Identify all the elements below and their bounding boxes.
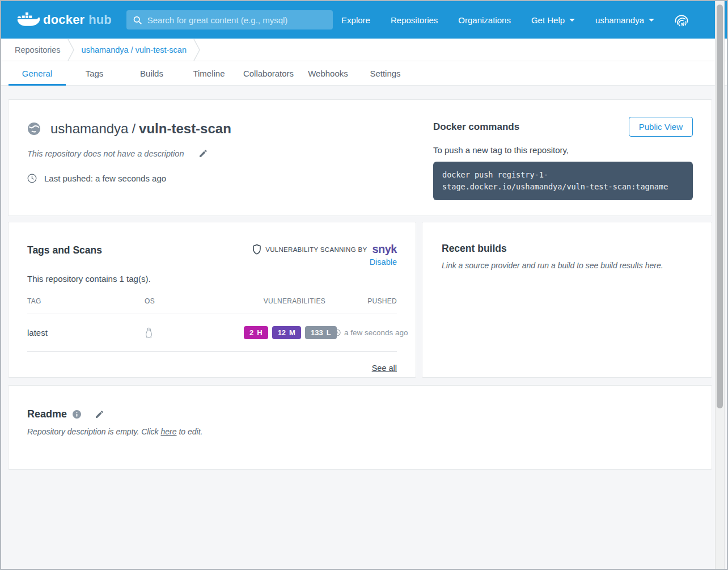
tag-count-summary: This repository contains 1 tag(s). [27,274,397,284]
breadcrumb-current-repo[interactable]: ushamandya / vuln-test-scan [82,45,187,54]
readme-empty-text: Repository description is empty. Click h… [27,427,712,436]
edit-readme-pencil-icon[interactable] [95,410,104,419]
docker-hub-page: dockerhub Explore Repositories Organizat… [0,0,728,570]
low-severity-badge[interactable]: 133 L [305,326,337,339]
scrollbar-track[interactable] [715,1,725,569]
public-globe-icon [27,122,41,136]
scrollbar-thumb[interactable] [717,5,723,408]
search-bar[interactable] [126,10,333,29]
clock-icon [27,174,37,183]
public-view-button[interactable]: Public View [629,117,693,137]
column-header-os: OS [145,297,244,305]
command-line-1: docker push registry-1- [442,170,548,179]
tab-settings[interactable]: Settings [357,61,414,85]
snyk-logo: snyk [372,243,397,256]
table-row[interactable]: latest 2 H [27,314,397,352]
nav-organizations[interactable]: Organizations [458,15,511,25]
tags-table-header: TAG OS VULNERABILITIES PUSHED [27,297,397,314]
tab-builds[interactable]: Builds [123,61,180,85]
search-icon [133,15,142,25]
tab-collaborators[interactable]: Collaborators [238,61,299,85]
docker-hub-logo[interactable]: dockerhub [17,11,112,28]
repo-header-card: ushamandya/vuln-test-scan This repositor… [8,99,712,216]
brand-name: docker [43,12,84,27]
clock-icon [333,329,341,336]
repo-tabbar: General Tags Builds Timeline Collaborato… [1,61,727,86]
nav-explore[interactable]: Explore [341,15,370,25]
tag-pushed-time: a few seconds ago [344,328,408,337]
nav-repositories[interactable]: Repositories [391,15,438,25]
tab-timeline[interactable]: Timeline [180,61,238,85]
readme-card: Readme Repository description is empty. … [8,385,712,470]
repo-name: vuln-test-scan [139,121,231,136]
fingerprint-icon[interactable] [672,11,691,29]
last-pushed-text: Last pushed: a few seconds ago [44,174,166,183]
docker-commands-title: Docker commands [433,121,519,133]
breadcrumb: Repositories ushamandya / vuln-test-scan [1,39,727,61]
info-icon[interactable] [73,410,81,419]
docker-commands-section: Docker commands Public View To push a ne… [433,117,693,200]
recent-builds-empty-text: Link a source provider and run a build t… [442,261,692,270]
chevron-down-icon [569,19,575,22]
tag-name[interactable]: latest [27,328,145,337]
readme-title: Readme [27,408,67,420]
brand-suffix: hub [88,12,111,27]
repo-namespace: ushamandya [50,121,128,136]
shield-icon [252,244,261,255]
chevron-down-icon [649,19,654,22]
command-line-2: stage.docker.io/ushamandya/vuln-test-sca… [442,182,668,191]
high-severity-badge[interactable]: 2 H [244,326,268,339]
recent-builds-title: Recent builds [442,243,692,255]
nav-get-help-menu[interactable]: Get Help [531,15,575,25]
linux-penguin-icon [145,327,244,339]
column-header-tag: TAG [27,297,145,305]
recent-builds-card: Recent builds Link a source provider and… [422,222,712,378]
edit-here-link[interactable]: here [160,427,176,436]
docker-push-command-block[interactable]: docker push registry-1- stage.docker.io/… [433,162,693,200]
breadcrumb-repositories[interactable]: Repositories [15,45,61,54]
see-all-link[interactable]: See all [372,364,397,373]
tab-tags[interactable]: Tags [66,61,123,85]
page-title: ushamandya/vuln-test-scan [50,121,231,137]
vulnerability-badges: 2 H 12 M 133 L [244,326,337,339]
breadcrumb-chevron-icon [67,39,75,61]
docker-whale-icon [17,11,40,28]
disable-scanning-link[interactable]: Disable [370,257,397,267]
tags-and-scans-card: Tags and Scans VULNERABILITY SCANNING BY… [8,222,416,378]
push-instruction-text: To push a new tag to this repository, [433,145,693,155]
edit-description-pencil-icon[interactable] [198,149,208,158]
tab-general[interactable]: General [9,61,66,85]
nav-user-menu[interactable]: ushamandya [595,15,654,25]
top-navbar: dockerhub Explore Repositories Organizat… [1,1,727,39]
search-input[interactable] [147,15,327,25]
repo-description-placeholder: This repository does not have a descript… [27,149,184,158]
column-header-pushed: PUSHED [325,297,397,305]
tags-scans-title: Tags and Scans [27,243,102,256]
column-header-vulnerabilities: VULNERABILITIES [244,297,325,305]
navbar-links: Explore Repositories Organizations Get H… [341,11,691,29]
tab-webhooks[interactable]: Webhooks [299,61,357,85]
breadcrumb-chevron-icon [193,39,201,61]
medium-severity-badge[interactable]: 12 M [272,326,301,339]
tags-table: TAG OS VULNERABILITIES PUSHED latest [27,297,397,352]
vulnerability-scanning-label: VULNERABILITY SCANNING BY [265,246,367,253]
